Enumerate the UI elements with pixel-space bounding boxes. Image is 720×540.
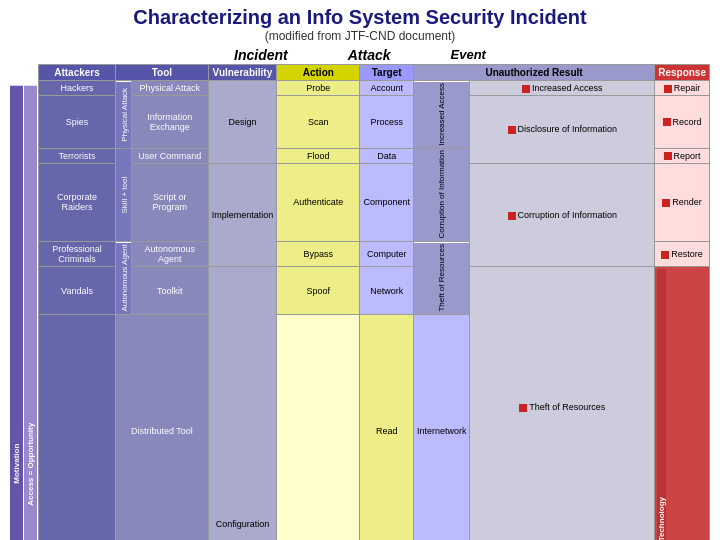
tool-user-command: User Command bbox=[132, 148, 209, 163]
action-bypass: Bypass bbox=[277, 242, 360, 267]
unauth-corruption-label: Corruption of Information bbox=[413, 148, 470, 242]
tool-skill-label: Skill + tool bbox=[116, 148, 132, 242]
main-table-wrapper: Attackers Tool Vulnerability Action Targ… bbox=[38, 64, 710, 540]
response-restore: Restore bbox=[655, 242, 710, 267]
incident-attack-labels: Incident Attack Event bbox=[10, 47, 710, 63]
attacker-vandals: Vandals bbox=[39, 267, 116, 315]
page-container: Characterizing an Info System Security I… bbox=[0, 0, 720, 540]
tool-autonomous: Autonomous Agent bbox=[132, 242, 209, 267]
action-probe: Probe bbox=[277, 81, 360, 96]
access-label: Access = Opportunity bbox=[24, 86, 37, 540]
main-table: Attackers Tool Vulnerability Action Targ… bbox=[38, 64, 710, 540]
action-scan: Scan bbox=[277, 96, 360, 149]
tool-info-exchange: Information Exchange bbox=[132, 96, 209, 149]
tool-physical: Physical Attack bbox=[132, 81, 209, 96]
action-authenticate: Authenticate bbox=[277, 163, 360, 242]
incident-label: Incident bbox=[234, 47, 288, 63]
action-read: Read bbox=[360, 314, 414, 540]
action-flood: Flood bbox=[277, 148, 360, 163]
attacker-voyeurs: Voyeurs bbox=[39, 314, 116, 540]
response-repair: Repair bbox=[655, 81, 710, 96]
header-row: Attackers Tool Vulnerability Action Targ… bbox=[39, 65, 710, 81]
th-target: Target bbox=[360, 65, 414, 81]
attacker-professional: Professional Criminals bbox=[39, 242, 116, 267]
table-row: Spies Information Exchange Scan Process … bbox=[39, 96, 710, 149]
attacker-corporate: Corporate Raiders bbox=[39, 163, 116, 242]
th-action: Action bbox=[277, 65, 360, 81]
target-process: Process bbox=[360, 96, 414, 149]
th-response: Response bbox=[655, 65, 710, 81]
vuln-design: Design bbox=[208, 81, 277, 164]
unauth-increased: Increased Access bbox=[470, 81, 655, 96]
action-spoof: Spoof bbox=[277, 267, 360, 315]
vuln-configuration: Configuration bbox=[208, 267, 277, 540]
access-col: Access = Opportunity bbox=[24, 64, 37, 540]
unauth-theft-label: Theft of Resources bbox=[413, 242, 470, 315]
attack-label: Attack bbox=[348, 47, 391, 63]
legit-note-cell: Potentially legitimate actions bbox=[277, 314, 360, 540]
tool-toolkit: Toolkit bbox=[132, 267, 209, 315]
response-render: Render bbox=[655, 163, 710, 242]
th-vulnerability: Vulnerability bbox=[208, 65, 277, 81]
motivation-col: Motivation bbox=[10, 64, 23, 540]
th-tool: Tool bbox=[116, 65, 209, 81]
attacker-terrorists: Terrorists bbox=[39, 148, 116, 163]
response-record: Record bbox=[655, 96, 710, 149]
vuln-implementation: Implementation bbox=[208, 163, 277, 267]
target-account: Account bbox=[360, 81, 414, 96]
tool-distributed: Distributed Tool bbox=[116, 314, 209, 540]
target-computer: Computer bbox=[360, 242, 414, 267]
table-row: Corporate Raiders Script or Program Impl… bbox=[39, 163, 710, 242]
detection-col: Detection Technology bbox=[655, 267, 710, 540]
event-label: Event bbox=[451, 47, 486, 63]
target-internetwork: Internetwork bbox=[413, 314, 470, 540]
unauth-increased-label: Increased Access bbox=[413, 81, 470, 149]
detection-label: Detection Technology bbox=[657, 269, 666, 540]
th-attackers: Attackers bbox=[39, 65, 116, 81]
unauth-denial: Corruption of Information bbox=[470, 163, 655, 267]
tool-auto-label: Autonomous Agent bbox=[116, 242, 132, 315]
attacker-hackers: Hackers bbox=[39, 81, 116, 96]
tool-script: Script or Program bbox=[132, 163, 209, 242]
sub-title: (modified from JTF-CND document) bbox=[10, 29, 710, 43]
attacker-spies: Spies bbox=[39, 96, 116, 149]
response-report: Report bbox=[655, 148, 710, 163]
unauth-theft: Theft of Resources bbox=[470, 267, 655, 540]
target-data: Data bbox=[360, 148, 414, 163]
unauth-disclosure: Disclosure of Information bbox=[470, 96, 655, 164]
table-row: Hackers Physical Attack Physical Attack … bbox=[39, 81, 710, 96]
main-title: Characterizing an Info System Security I… bbox=[10, 6, 710, 29]
th-unauth: Unauthorized Result bbox=[413, 65, 654, 81]
diagram-area: Motivation Access = Opportunity Attacker… bbox=[10, 64, 710, 540]
target-network: Network bbox=[360, 267, 414, 315]
table-row: Vandals Toolkit Configuration Spoof Netw… bbox=[39, 267, 710, 315]
motivation-label: Motivation bbox=[10, 86, 23, 540]
target-component: Component bbox=[360, 163, 414, 242]
tool-physical-label: Physical Attack bbox=[116, 81, 132, 149]
